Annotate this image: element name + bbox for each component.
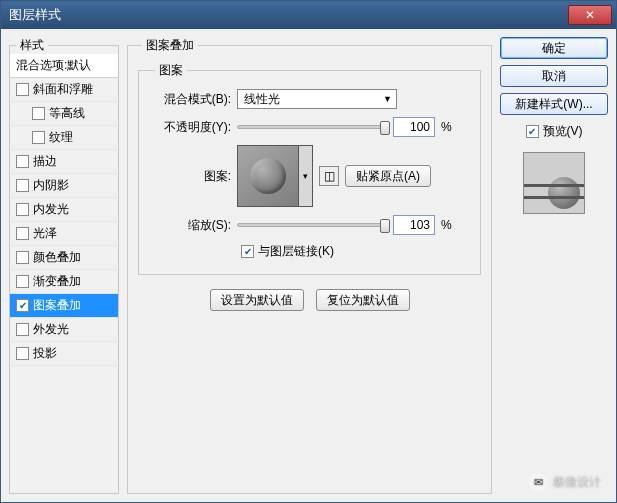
style-checkbox[interactable] [16,275,29,288]
sidebar-item-label: 斜面和浮雕 [33,81,93,98]
styles-sidebar: 样式 混合选项:默认 斜面和浮雕等高线纹理描边内阴影内发光光泽颜色叠加渐变叠加✔… [9,37,119,494]
sidebar-item-label: 等高线 [49,105,85,122]
preview-thumbnail [523,152,585,214]
pattern-swatch-dropdown[interactable]: ▾ [299,145,313,207]
reset-to-default-button[interactable]: 复位为默认值 [316,289,410,311]
blend-mode-row: 混合模式(B): 线性光 ▼ [151,89,468,109]
scale-input[interactable]: 103 [393,215,435,235]
pattern-preview-icon [250,158,286,194]
titlebar: 图层样式 ✕ [1,1,616,29]
opacity-slider-thumb[interactable] [380,121,390,135]
preview-label: 预览(V) [543,123,583,140]
sidebar-item[interactable]: 纹理 [10,126,118,150]
sidebar-item[interactable]: 颜色叠加 [10,246,118,270]
right-column: 确定 取消 新建样式(W)... ✔ 预览(V) [500,37,608,494]
sidebar-item[interactable]: 外发光 [10,318,118,342]
link-with-layer-label: 与图层链接(K) [258,243,334,260]
sidebar-item-label: 颜色叠加 [33,249,81,266]
opacity-label: 不透明度(Y): [151,119,231,136]
pattern-legend: 图案 [155,62,187,79]
style-checkbox[interactable]: ✔ [16,299,29,312]
sidebar-item[interactable]: 描边 [10,150,118,174]
opacity-slider[interactable] [237,125,387,129]
sidebar-item[interactable]: 渐变叠加 [10,270,118,294]
cancel-button[interactable]: 取消 [500,65,608,87]
sidebar-item-label: 渐变叠加 [33,273,81,290]
sidebar-item[interactable]: 投影 [10,342,118,366]
sidebar-item-label: 投影 [33,345,57,362]
pattern-swatch-wrap: ▾ [237,145,313,207]
center-panel: 图案叠加 图案 混合模式(B): 线性光 ▼ 不透明度(Y): [127,37,492,494]
preview-checkbox[interactable]: ✔ [526,125,539,138]
blend-mode-dropdown[interactable]: 线性光 ▼ [237,89,397,109]
sidebar-item-label: 内发光 [33,201,69,218]
sidebar-item[interactable]: 内发光 [10,198,118,222]
scale-slider[interactable] [237,223,387,227]
blend-mode-label: 混合模式(B): [151,91,231,108]
pattern-picker-row: 图案: ▾ ◫ 贴紧原点(A) [151,145,468,207]
dialog-body: 样式 混合选项:默认 斜面和浮雕等高线纹理描边内阴影内发光光泽颜色叠加渐变叠加✔… [1,29,616,502]
style-checkbox[interactable] [16,347,29,360]
scale-slider-thumb[interactable] [380,219,390,233]
style-checkbox[interactable] [16,251,29,264]
sidebar-item-label: 光泽 [33,225,57,242]
scale-label: 缩放(S): [151,217,231,234]
blend-mode-value: 线性光 [244,91,280,108]
blending-options-row[interactable]: 混合选项:默认 [10,54,118,78]
scale-row: 缩放(S): 103 % [151,215,468,235]
opacity-row: 不透明度(Y): 100 % [151,117,468,137]
new-preset-icon: ◫ [324,169,335,183]
make-default-button[interactable]: 设置为默认值 [210,289,304,311]
scale-unit: % [441,218,461,232]
preview-row: ✔ 预览(V) [500,123,608,140]
style-checkbox[interactable] [16,179,29,192]
link-with-layer-row: ✔ 与图层链接(K) [241,243,468,260]
sidebar-item[interactable]: 等高线 [10,102,118,126]
opacity-input[interactable]: 100 [393,117,435,137]
pattern-overlay-legend: 图案叠加 [142,37,198,54]
sidebar-item-label: 内阴影 [33,177,69,194]
window-title: 图层样式 [9,6,61,24]
defaults-button-row: 设置为默认值 复位为默认值 [138,289,481,311]
opacity-unit: % [441,120,461,134]
close-icon: ✕ [585,8,595,22]
style-checkbox[interactable] [16,323,29,336]
snap-to-origin-button[interactable]: 贴紧原点(A) [345,165,431,187]
pattern-swatch[interactable] [237,145,299,207]
link-with-layer-checkbox[interactable]: ✔ [241,245,254,258]
blending-options-label: 混合选项:默认 [16,57,91,74]
sidebar-item[interactable]: 斜面和浮雕 [10,78,118,102]
sidebar-item[interactable]: ✔图案叠加 [10,294,118,318]
sidebar-item-label: 外发光 [33,321,69,338]
chevron-down-icon: ▼ [383,94,392,104]
style-checkbox[interactable] [16,83,29,96]
style-checkbox[interactable] [16,227,29,240]
sidebar-item-label: 纹理 [49,129,73,146]
sidebar-item-label: 描边 [33,153,57,170]
styles-list: 混合选项:默认 斜面和浮雕等高线纹理描边内阴影内发光光泽颜色叠加渐变叠加✔图案叠… [10,54,118,366]
new-style-button[interactable]: 新建样式(W)... [500,93,608,115]
style-checkbox[interactable] [16,155,29,168]
ok-button[interactable]: 确定 [500,37,608,59]
layer-style-dialog: 图层样式 ✕ 样式 混合选项:默认 斜面和浮雕等高线纹理描边内阴影内发光光泽颜色… [0,0,617,503]
style-checkbox[interactable] [32,131,45,144]
style-checkbox[interactable] [16,203,29,216]
new-pattern-preset-button[interactable]: ◫ [319,166,339,186]
styles-legend: 样式 [16,37,48,54]
sidebar-item-label: 图案叠加 [33,297,81,314]
pattern-group: 图案 混合模式(B): 线性光 ▼ 不透明度(Y): 100 [138,62,481,275]
sidebar-item[interactable]: 内阴影 [10,174,118,198]
pattern-label: 图案: [151,168,231,185]
close-button[interactable]: ✕ [568,5,612,25]
sidebar-item[interactable]: 光泽 [10,222,118,246]
style-checkbox[interactable] [32,107,45,120]
pattern-overlay-group: 图案叠加 图案 混合模式(B): 线性光 ▼ 不透明度(Y): [127,37,492,494]
